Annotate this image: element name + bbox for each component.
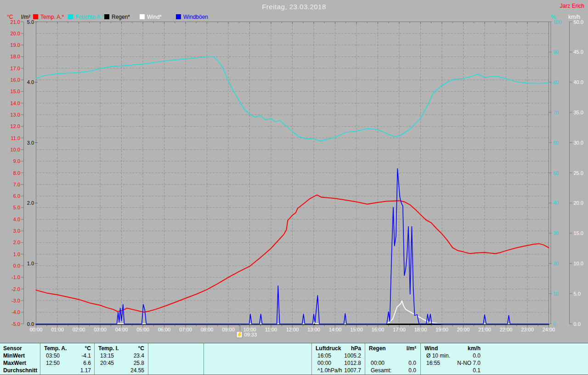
gridlines bbox=[36, 22, 549, 324]
svg-text:8.0: 8.0 bbox=[13, 170, 20, 176]
svg-text:12.0: 12.0 bbox=[11, 123, 20, 129]
weather-station-window: Freitag, 23.03.2018 Jarz Erich °C l/m² %… bbox=[0, 0, 588, 375]
svg-text:4.0: 4.0 bbox=[27, 79, 34, 85]
svg-text:21:00: 21:00 bbox=[478, 327, 491, 332]
table-value: 0.1 bbox=[473, 367, 481, 374]
svg-text:18:00: 18:00 bbox=[414, 327, 427, 332]
table-unit-regen: l/m² bbox=[407, 345, 416, 352]
svg-text:-4.0: -4.0 bbox=[11, 309, 20, 315]
table-value: 20:45 bbox=[100, 360, 114, 366]
svg-text:70: 70 bbox=[553, 110, 559, 115]
svg-text:6.0: 6.0 bbox=[13, 193, 20, 199]
table-value: 00:00 bbox=[371, 360, 384, 366]
table-value: Gesamt: bbox=[371, 367, 391, 374]
svg-text:07:00: 07:00 bbox=[179, 327, 192, 332]
table-value: 16:55 bbox=[426, 360, 440, 366]
svg-text:2.0: 2.0 bbox=[13, 240, 20, 245]
svg-text:0.0: 0.0 bbox=[27, 321, 34, 327]
table-col-temp-i-: Temp. I. bbox=[98, 345, 119, 352]
weather-chart: 00:0001:0002:0003:0004:0005:0006:0007:00… bbox=[0, 0, 588, 342]
temp-axis: 21.020.019.018.017.016.015.014.013.012.0… bbox=[11, 19, 24, 327]
svg-text:00:00: 00:00 bbox=[30, 327, 43, 332]
svg-text:9.0: 9.0 bbox=[13, 158, 20, 164]
svg-text:30: 30 bbox=[553, 230, 559, 236]
svg-text:19:00: 19:00 bbox=[435, 327, 448, 332]
svg-text:50.0: 50.0 bbox=[574, 19, 583, 25]
svg-text:03:00: 03:00 bbox=[94, 327, 107, 332]
table-value: 12:50 bbox=[46, 360, 60, 366]
svg-text:35.0: 35.0 bbox=[574, 110, 583, 115]
svg-text:02:00: 02:00 bbox=[73, 327, 85, 332]
svg-text:11:00: 11:00 bbox=[265, 327, 277, 332]
svg-text:24:00: 24:00 bbox=[543, 327, 555, 332]
table-value: 1007.7 bbox=[344, 367, 361, 374]
table-separator bbox=[94, 343, 95, 375]
svg-text:01:00: 01:00 bbox=[51, 327, 64, 332]
table-value: Ø 10 min. bbox=[426, 353, 450, 359]
table-unit-wind: km/h bbox=[468, 345, 481, 352]
svg-text:04:00: 04:00 bbox=[115, 327, 128, 332]
table-col-luftdruck: Luftdruck bbox=[316, 345, 341, 352]
svg-text:1.0: 1.0 bbox=[27, 261, 34, 266]
svg-text:7.0: 7.0 bbox=[13, 182, 20, 187]
table-col-wind: Wind bbox=[424, 345, 438, 352]
svg-text:11.0: 11.0 bbox=[11, 135, 20, 141]
table-value: ^1.0hPa/h bbox=[317, 367, 342, 374]
table-value: 0.0 bbox=[408, 360, 416, 366]
svg-text:-3.0: -3.0 bbox=[11, 298, 20, 303]
table-separator bbox=[420, 343, 421, 375]
svg-text:20.0: 20.0 bbox=[574, 200, 583, 206]
table-value: 1005.2 bbox=[344, 353, 361, 359]
svg-text:16:00: 16:00 bbox=[372, 327, 384, 332]
table-value: 23.4 bbox=[134, 353, 144, 359]
table-value: N-NO 7.0 bbox=[457, 360, 481, 366]
svg-text:5.0: 5.0 bbox=[27, 19, 34, 25]
svg-text:1.0: 1.0 bbox=[13, 252, 20, 257]
svg-text:-2.0: -2.0 bbox=[11, 286, 20, 292]
svg-text:0.0: 0.0 bbox=[13, 263, 20, 269]
table-col-temp-a-: Temp. A. bbox=[44, 345, 67, 352]
svg-text:09:00: 09:00 bbox=[222, 327, 235, 332]
svg-text:16.0: 16.0 bbox=[11, 77, 20, 83]
svg-text:14:00: 14:00 bbox=[329, 327, 342, 332]
svg-text:05:00: 05:00 bbox=[136, 327, 149, 332]
svg-text:80: 80 bbox=[553, 79, 559, 85]
table-unit-temp-i-: °C bbox=[138, 345, 144, 352]
svg-text:15.0: 15.0 bbox=[574, 230, 583, 236]
svg-text:23:00: 23:00 bbox=[521, 327, 534, 332]
svg-text:10.0: 10.0 bbox=[11, 147, 20, 152]
svg-text:0: 0 bbox=[553, 321, 556, 327]
svg-text:15.0: 15.0 bbox=[11, 89, 20, 94]
svg-text:60: 60 bbox=[553, 140, 559, 146]
table-value: 6.6 bbox=[83, 360, 91, 366]
svg-text:90: 90 bbox=[553, 49, 559, 55]
table-value: 24.55 bbox=[130, 367, 144, 374]
svg-text:40: 40 bbox=[553, 200, 559, 206]
svg-text:20: 20 bbox=[553, 261, 559, 266]
statistics-table: Sensor MinWert MaxWert Durchschnitt Temp… bbox=[0, 343, 588, 375]
svg-text:5.0: 5.0 bbox=[574, 291, 581, 297]
svg-text:22:00: 22:00 bbox=[500, 327, 513, 332]
svg-text:50: 50 bbox=[553, 170, 559, 176]
table-separator bbox=[311, 343, 312, 375]
svg-text:17.0: 17.0 bbox=[11, 66, 20, 71]
svg-text:5.0: 5.0 bbox=[13, 205, 20, 210]
svg-text:10: 10 bbox=[553, 291, 559, 297]
table-value: 03:50 bbox=[46, 353, 60, 359]
svg-text:0.0: 0.0 bbox=[574, 321, 581, 327]
table-separator bbox=[204, 343, 204, 375]
table-col-regen: Regen bbox=[369, 345, 386, 352]
table-row-label-maxwert: MaxWert bbox=[3, 360, 26, 366]
svg-text:20:00: 20:00 bbox=[457, 327, 470, 332]
table-row-label-sensor: Sensor bbox=[3, 345, 22, 352]
table-value: 25.8 bbox=[134, 360, 144, 366]
svg-text:2.0: 2.0 bbox=[27, 200, 34, 206]
table-row-label-minwert: MinWert bbox=[3, 353, 25, 359]
svg-text:40.0: 40.0 bbox=[574, 79, 583, 85]
table-value: 16:05 bbox=[317, 353, 331, 359]
x-axis-labels: 00:0001:0002:0003:0004:0005:0006:0007:00… bbox=[30, 327, 555, 332]
svg-text:18.0: 18.0 bbox=[11, 54, 20, 59]
svg-text:100: 100 bbox=[553, 19, 561, 25]
table-value: 0.0 bbox=[473, 353, 481, 359]
table-separator bbox=[365, 343, 365, 375]
